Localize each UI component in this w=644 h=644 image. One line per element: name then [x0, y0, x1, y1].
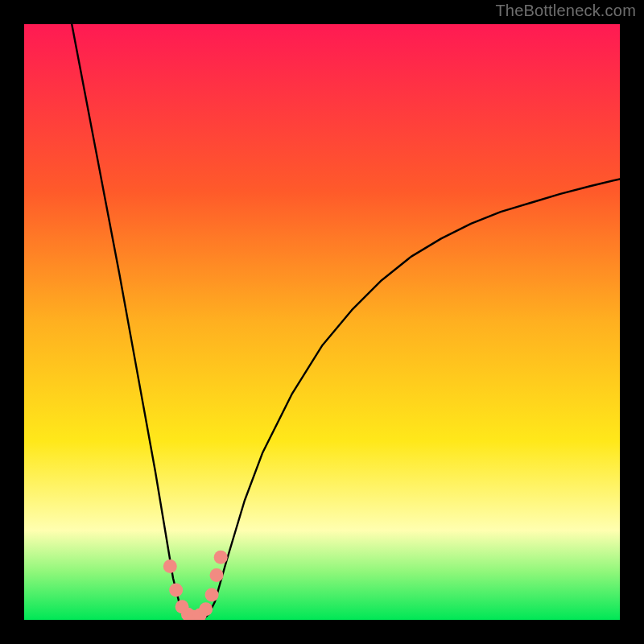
curve-marker — [163, 559, 177, 573]
chart-frame: TheBottleneck.com — [0, 0, 644, 644]
plot-area — [24, 24, 620, 620]
curve-marker — [169, 584, 183, 597]
chart-svg — [24, 24, 620, 620]
curve-marker — [205, 588, 219, 601]
gradient-background — [24, 24, 620, 620]
watermark-text: TheBottleneck.com — [495, 2, 636, 20]
curve-marker — [199, 602, 213, 616]
curve-marker — [210, 568, 224, 582]
curve-marker — [214, 551, 228, 564]
